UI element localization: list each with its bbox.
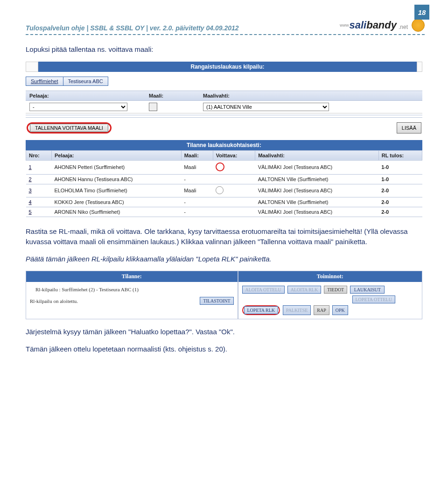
col1-title: Tilanne: [26,271,238,282]
cell-maali: Maali [181,184,213,197]
table-row: 3ELOHOLMA Timo (Surffimiehet)MaaliVÄLIMÄ… [26,184,422,197]
highlight-save-winning: TALLENNA VOITTAVA MAALI [27,122,112,134]
aloita-ottelu-button[interactable]: ALOITA OTTELU [242,286,285,294]
col-voittava: Voittava: [213,150,255,160]
add-button[interactable]: LISÄÄ [397,122,421,134]
cell-voittava [213,207,255,217]
cell-maalivahti: VÄLIMÄKI Joel (Testiseura ABC) [255,207,379,217]
label-maali: Maali: [145,91,199,100]
cell-maali: Maali [181,160,213,174]
panel-title: Rangaistuslaukaus kilpailu: [38,62,417,72]
radio-open-icon[interactable] [216,186,224,194]
status-line-1: Rl-kilpailu : Surffimiehet (2) - Testise… [30,286,234,297]
cell-tulos: 1-0 [378,160,422,174]
cell-nro[interactable]: 4 [26,197,52,207]
label-pelaaja: Pelaaja: [26,91,145,100]
cell-maalivahti: AALTONEN Ville (Surffimiehet) [255,174,379,184]
cell-voittava [213,174,255,184]
laukaisut-button[interactable]: LAUKAISUT [350,286,385,294]
cell-nro[interactable]: 1 [26,160,52,174]
screenshot-panel-1: Rangaistuslaukaus kilpailu: Surffimiehet… [26,62,422,217]
col-maali: Maali: [181,150,213,160]
cell-maalivahti: AALTONEN Ville (Surffimiehet) [255,197,379,207]
winning-mark-icon[interactable] [216,162,224,171]
aloita-rlk-button[interactable]: ALOITA RLK [287,286,321,294]
maalivahti-select[interactable]: (1) AALTONEN Ville [203,103,329,111]
col-nro: Nro: [26,150,52,160]
col-pelaaja: Pelaaja: [51,150,181,160]
lopeta-rlk-button[interactable]: LOPETA RLK [244,306,278,314]
status-line-2: Rl-kilpailu on aloitettu. [30,298,78,304]
cell-voittava [213,160,255,174]
table-row: 2AHONEN Hannu (Testiseura ABC)-AALTONEN … [26,174,422,184]
cell-pelaaja: KOKKO Jere (Testiseura ABC) [51,197,181,207]
cell-pelaaja: AHONEN Hannu (Testiseura ABC) [51,174,181,184]
tiedot-button[interactable]: TIEDOT [324,286,347,294]
logo-part1: sali [349,19,366,31]
cell-pelaaja: AHONEN Petteri (Surffimiehet) [51,160,181,174]
cell-maalivahti: VÄLIMÄKI Joel (Testiseura ABC) [255,184,379,197]
table-row: 5ARONEN Niko (Surffimiehet)-VÄLIMÄKI Joe… [26,207,422,217]
site-logo: www salibandy .net [340,19,425,32]
tab-surffimiehet[interactable]: Surffimiehet [26,77,63,86]
pelaaja-select[interactable]: - [29,103,127,111]
save-winning-goal-button[interactable]: TALLENNA VOITTAVA MAALI [30,124,108,132]
header-divider [26,34,425,35]
shots-table: Nro: Pelaaja: Maali: Voittava: Maalivaht… [26,150,422,217]
cell-maali: - [181,207,213,217]
cell-tulos: 2-0 [378,184,422,197]
cell-tulos: 2-0 [378,197,422,207]
paragraph: Rastita se RL-maali, mikä oli voittava. … [26,226,422,247]
cell-tulos: 2-0 [378,207,422,217]
logo-net: .net [399,24,408,30]
cell-nro[interactable]: 5 [26,207,52,217]
cell-maali: - [181,174,213,184]
table-title: Tilanne laukaisukohtaisesti: [26,140,422,150]
tilastoint-button[interactable]: TILASTOINT [200,297,233,305]
team-tabs: Surffimiehet Testiseura ABC [26,77,422,86]
col-tulos: RL tulos: [378,150,422,160]
cell-pelaaja: ELOHOLMA Timo (Surffimiehet) [51,184,181,197]
tab-testiseura[interactable]: Testiseura ABC [63,77,108,86]
cell-maali: - [181,197,213,207]
screenshot-panel-2: Tilanne: Rl-kilpailu : Surffimiehet (2) … [26,271,422,319]
cell-maalivahti: VÄLIMÄKI Joel (Testiseura ABC) [255,160,379,174]
col2-title: Toiminnot: [238,271,422,282]
label-maalivahti: Maalivahti: [199,91,422,100]
page-header: Tulospalvelun ohje | SSBL & SSBL OY | ve… [0,0,448,34]
logo-www: www [340,23,349,28]
paragraph-italic: Päätä tämän jälkeen RL-kilpailu klikkaam… [26,254,422,265]
header-title: Tulospalvelun ohje | SSBL & SSBL OY | ve… [26,24,239,32]
cell-pelaaja: ARONEN Niko (Surffimiehet) [51,207,181,217]
cell-nro[interactable]: 2 [26,174,52,184]
cell-nro[interactable]: 3 [26,184,52,197]
table-row: 4KOKKO Jere (Testiseura ABC)-AALTONEN Vi… [26,197,422,207]
palkitse-button[interactable]: PALKITSE [283,305,311,315]
logo-part2: bandy [366,19,397,31]
rap-button[interactable]: RAP [314,305,329,315]
table-row: 1AHONEN Petteri (Surffimiehet)MaaliVÄLIM… [26,160,422,174]
lopeta-ottelu-button[interactable]: LOPETA OTTELU [352,295,395,303]
page-number: 18 [414,5,429,20]
col-maalivahti: Maalivahti: [255,150,379,160]
ball-icon [412,19,425,32]
maali-checkbox[interactable] [149,103,157,111]
paragraph: Lopuksi pitää tallentaa ns. voittava maa… [26,44,422,55]
cell-voittava [213,184,255,197]
cell-tulos: 1-0 [378,174,422,184]
highlight-lopeta-rlk: LOPETA RLK [242,305,280,315]
paragraph: Järjestelmä kysyy tämän jälkeen "Haluatk… [26,327,422,337]
cell-voittava [213,197,255,207]
paragraph: Tämän jälkeen ottelu lopetetaan normaali… [26,344,422,355]
opk-button[interactable]: OPK [332,305,348,315]
